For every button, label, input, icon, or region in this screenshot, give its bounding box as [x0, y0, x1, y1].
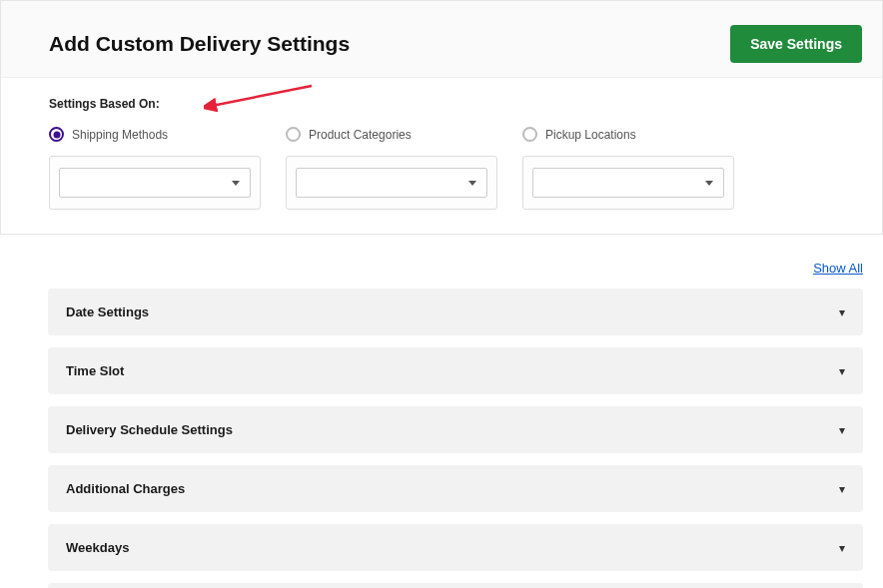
radio-row: Shipping Methods Product Categories — [49, 127, 834, 210]
chevron-down-icon — [705, 181, 713, 186]
select-wrap-pickup — [522, 156, 734, 210]
show-all-link[interactable]: Show All — [813, 261, 863, 276]
accordion-time-slot[interactable]: Time Slot ▾ — [48, 347, 863, 394]
show-all-row: Show All — [48, 259, 863, 277]
page-title: Add Custom Delivery Settings — [49, 32, 350, 56]
accordion-weekdays[interactable]: Weekdays ▾ — [48, 524, 863, 571]
chevron-down-icon — [232, 181, 240, 186]
chevron-down-icon: ▾ — [839, 364, 845, 378]
product-categories-select[interactable] — [296, 168, 487, 198]
accordion-label: Date Settings — [66, 304, 149, 319]
settings-based-on-section: Settings Based On: Shipping Methods — [1, 78, 882, 234]
accordion-label: Delivery Schedule Settings — [66, 422, 233, 437]
accordion-holidays[interactable]: Holidays ▾ — [48, 583, 863, 588]
settings-based-on-label: Settings Based On: — [49, 97, 160, 111]
pickup-locations-select[interactable] — [532, 168, 724, 198]
accordion-additional-charges[interactable]: Additional Charges ▾ — [48, 465, 863, 512]
accordion-label: Weekdays — [66, 540, 129, 555]
radio-icon — [286, 127, 301, 142]
accordion-sections: Show All Date Settings ▾ Time Slot ▾ Del… — [0, 235, 883, 588]
accordion-label: Time Slot — [66, 363, 124, 378]
accordion-label: Additional Charges — [66, 481, 185, 496]
radio-pickup-locations[interactable]: Pickup Locations — [522, 127, 759, 142]
select-wrap-categories — [286, 156, 497, 210]
accordion-delivery-schedule[interactable]: Delivery Schedule Settings ▾ — [48, 406, 863, 453]
save-settings-button[interactable]: Save Settings — [730, 25, 862, 63]
chevron-down-icon: ▾ — [839, 541, 845, 555]
chevron-down-icon: ▾ — [839, 482, 845, 496]
arrow-annotation-wrap: Settings Based On: — [49, 94, 834, 127]
svg-line-0 — [212, 86, 312, 106]
radio-shipping-methods[interactable]: Shipping Methods — [49, 127, 286, 142]
radio-label: Product Categories — [309, 128, 412, 142]
radio-label: Pickup Locations — [545, 128, 636, 142]
accordion-date-settings[interactable]: Date Settings ▾ — [48, 289, 863, 335]
chevron-down-icon: ▾ — [839, 423, 845, 437]
radio-label: Shipping Methods — [72, 128, 168, 142]
select-wrap-shipping — [49, 156, 261, 210]
shipping-methods-select[interactable] — [59, 168, 251, 198]
radio-col-shipping: Shipping Methods — [49, 127, 286, 210]
header-row: Add Custom Delivery Settings Save Settin… — [1, 1, 882, 78]
radio-col-categories: Product Categories — [286, 127, 522, 210]
annotation-arrow-icon — [204, 84, 319, 112]
radio-product-categories[interactable]: Product Categories — [286, 127, 522, 142]
top-panel: Add Custom Delivery Settings Save Settin… — [0, 0, 883, 235]
chevron-down-icon — [468, 181, 476, 186]
radio-icon — [522, 127, 537, 142]
radio-icon — [49, 127, 64, 142]
chevron-down-icon: ▾ — [839, 305, 845, 319]
radio-col-pickup: Pickup Locations — [522, 127, 759, 210]
